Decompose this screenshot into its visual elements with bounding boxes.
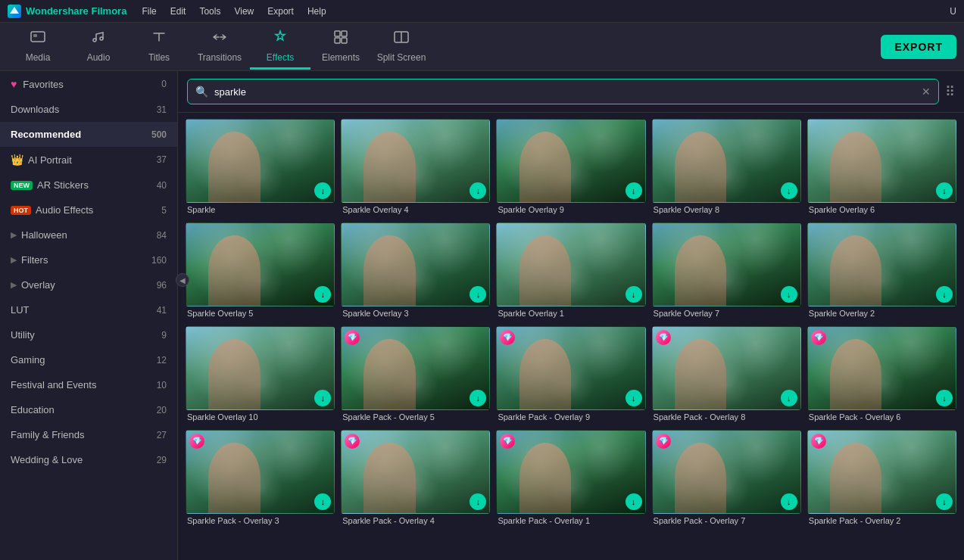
- sidebar-item-gaming[interactable]: Gaming 12: [0, 347, 177, 372]
- media-icon: [30, 29, 46, 49]
- sidebar-item-halloween[interactable]: ▶ Halloween 84: [0, 222, 177, 247]
- download-icon: ↓: [781, 286, 797, 303]
- menu-edit[interactable]: Edit: [170, 6, 186, 17]
- grid-item[interactable]: ↓Sparkle Overlay 10: [186, 326, 335, 424]
- effect-name: Sparkle Pack - Overlay 2: [807, 514, 956, 527]
- menu-help[interactable]: Help: [307, 6, 326, 17]
- grid-item[interactable]: 💎↓Sparkle Pack - Overlay 4: [341, 430, 490, 527]
- download-icon: ↓: [314, 390, 331, 406]
- split-screen-icon: [393, 29, 410, 49]
- menu-export[interactable]: Export: [267, 6, 294, 17]
- grid-item[interactable]: ↓Sparkle Overlay 7: [652, 222, 801, 320]
- export-button[interactable]: EXPORT: [881, 35, 956, 59]
- logo-icon: [8, 5, 21, 18]
- toolbar-elements[interactable]: Elements: [310, 24, 371, 70]
- sidebar-item-wedding-love[interactable]: Wedding & Love 29: [0, 447, 177, 472]
- menu-tools[interactable]: Tools: [199, 6, 220, 17]
- sidebar-item-filters[interactable]: ▶ Filters 160: [0, 247, 177, 272]
- premium-gem-icon: 💎: [345, 330, 360, 345]
- search-input[interactable]: [214, 86, 922, 98]
- menu-view[interactable]: View: [234, 6, 254, 17]
- user-area: U: [950, 6, 956, 17]
- grid-item[interactable]: ↓Sparkle Overlay 5: [186, 222, 335, 320]
- sidebar-label-recommended: Recommended: [11, 129, 151, 140]
- toolbar-media[interactable]: Media: [8, 24, 68, 70]
- effect-name: Sparkle Pack - Overlay 3: [186, 514, 335, 527]
- download-icon: ↓: [314, 286, 331, 303]
- toolbar-transitions[interactable]: Transitions: [189, 24, 250, 70]
- toolbar-effects[interactable]: Effects: [250, 24, 310, 70]
- sidebar-item-audio-effects[interactable]: HOT Audio Effects 5: [0, 198, 177, 222]
- grid-item[interactable]: ↓Sparkle Overlay 8: [652, 119, 801, 216]
- sidebar-count-ar-stickers: 40: [157, 180, 167, 191]
- sidebar-label-halloween: Halloween: [21, 229, 157, 241]
- sidebar: ♥ Favorites 0 Downloads 31 Recommended 5…: [0, 71, 178, 560]
- grid-item[interactable]: ↓Sparkle Overlay 6: [807, 119, 956, 216]
- sidebar-item-downloads[interactable]: Downloads 31: [0, 97, 177, 122]
- svg-rect-6: [342, 31, 347, 36]
- grid-item[interactable]: ↓Sparkle Overlay 1: [496, 222, 645, 320]
- crown-icon: 👑: [11, 154, 23, 166]
- sidebar-item-festival-events[interactable]: Festival and Events 10: [0, 372, 177, 397]
- sidebar-count-festival-events: 10: [157, 380, 167, 390]
- grid-item[interactable]: 💎↓Sparkle Pack - Overlay 9: [496, 326, 645, 424]
- toolbar-titles[interactable]: Titles: [129, 24, 189, 70]
- search-bar: 🔍 ✕ ⠿: [178, 71, 964, 113]
- download-icon: ↓: [781, 182, 797, 199]
- download-icon: ↓: [781, 493, 797, 510]
- effect-name: Sparkle Overlay 6: [807, 203, 956, 216]
- sidebar-collapse-button[interactable]: ◀: [176, 273, 189, 287]
- grid-item[interactable]: ↓Sparkle: [186, 119, 335, 216]
- effects-grid: ↓Sparkle↓Sparkle Overlay 4↓Sparkle Overl…: [186, 119, 956, 527]
- effect-name: Sparkle Overlay 3: [341, 306, 490, 320]
- sidebar-item-ar-stickers[interactable]: NEW AR Stickers 40: [0, 173, 177, 198]
- sidebar-label-wedding-love: Wedding & Love: [11, 454, 157, 465]
- sidebar-item-overlay[interactable]: ▶ Overlay 96: [0, 272, 177, 297]
- grid-item[interactable]: ↓Sparkle Overlay 3: [341, 222, 490, 320]
- sidebar-count-favorites: 0: [161, 79, 167, 89]
- grid-item[interactable]: 💎↓Sparkle Pack - Overlay 2: [807, 430, 956, 527]
- grid-item[interactable]: 💎↓Sparkle Pack - Overlay 3: [186, 430, 335, 527]
- sidebar-item-education[interactable]: Education 20: [0, 397, 177, 422]
- grid-item[interactable]: 💎↓Sparkle Pack - Overlay 8: [652, 326, 801, 424]
- sidebar-item-utility[interactable]: Utility 9: [0, 322, 177, 347]
- main-area: ♥ Favorites 0 Downloads 31 Recommended 5…: [0, 71, 964, 560]
- premium-gem-icon: 💎: [345, 434, 360, 449]
- sidebar-item-ai-portrait[interactable]: 👑 AI Portrait 37: [0, 147, 177, 173]
- grid-item[interactable]: 💎↓Sparkle Pack - Overlay 5: [341, 326, 490, 424]
- download-icon: ↓: [470, 493, 486, 510]
- premium-gem-icon: 💎: [500, 330, 515, 345]
- sidebar-label-family-friends: Family & Friends: [11, 429, 157, 440]
- grid-item[interactable]: 💎↓Sparkle Pack - Overlay 1: [496, 430, 645, 527]
- sidebar-label-downloads: Downloads: [11, 104, 157, 115]
- sidebar-item-favorites[interactable]: ♥ Favorites 0: [0, 71, 177, 97]
- sidebar-count-education: 20: [157, 405, 167, 415]
- svg-rect-8: [342, 38, 347, 43]
- clear-search-icon[interactable]: ✕: [922, 86, 931, 98]
- toolbar-audio[interactable]: Audio: [68, 24, 129, 70]
- grid-view-icon[interactable]: ⠿: [945, 83, 955, 100]
- toolbar: Media Audio Titles Transitions: [0, 23, 964, 71]
- premium-gem-icon: 💎: [189, 434, 204, 449]
- menu-file[interactable]: File: [142, 6, 156, 17]
- titles-label: Titles: [148, 52, 170, 63]
- effect-name: Sparkle Overlay 9: [496, 203, 645, 216]
- grid-item[interactable]: ↓Sparkle Overlay 4: [341, 119, 490, 216]
- sidebar-item-family-friends[interactable]: Family & Friends 27: [0, 422, 177, 447]
- sidebar-label-audio-effects: Audio Effects: [36, 204, 161, 216]
- sidebar-item-recommended[interactable]: Recommended 500: [0, 122, 177, 147]
- effect-name: Sparkle Overlay 7: [652, 306, 801, 320]
- sidebar-item-lut[interactable]: LUT 41: [0, 297, 177, 322]
- search-icon: 🔍: [195, 86, 208, 98]
- sidebar-label-gaming: Gaming: [11, 354, 157, 366]
- premium-gem-icon: 💎: [656, 434, 671, 449]
- elements-icon: [332, 29, 349, 49]
- grid-item[interactable]: ↓Sparkle Overlay 9: [496, 119, 645, 216]
- grid-item[interactable]: 💎↓Sparkle Pack - Overlay 6: [807, 326, 956, 424]
- toolbar-split-screen[interactable]: Split Screen: [371, 24, 432, 70]
- grid-item[interactable]: ↓Sparkle Overlay 2: [807, 222, 956, 320]
- grid-item[interactable]: 💎↓Sparkle Pack - Overlay 7: [652, 430, 801, 527]
- audio-icon: [90, 29, 107, 49]
- effect-name: Sparkle Pack - Overlay 4: [341, 514, 490, 527]
- effect-name: Sparkle Pack - Overlay 5: [341, 410, 490, 424]
